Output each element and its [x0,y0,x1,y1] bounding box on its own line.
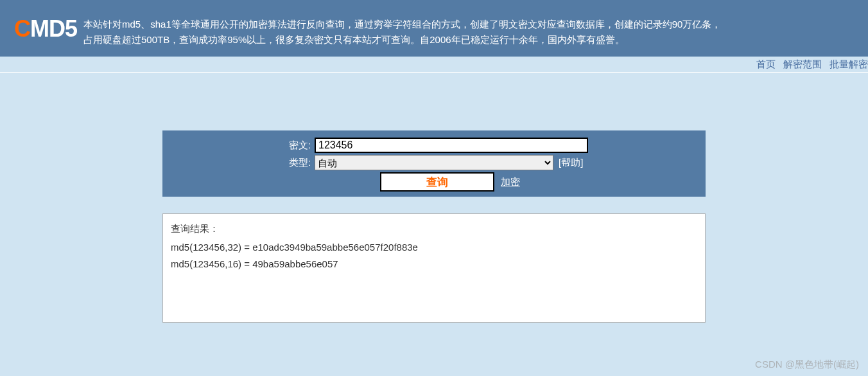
site-logo: CMD5 [14,15,77,42]
cipher-input[interactable] [315,138,588,153]
site-header: CMD5 本站针对md5、sha1等全球通用公开的加密算法进行反向查询，通过穷举… [0,0,868,57]
nav-range[interactable]: 解密范围 [783,58,822,71]
query-form: 密文: 类型: 自动 [帮助] 查询 加密 [162,130,706,197]
cipher-label: 密文: [280,139,311,152]
spacer [0,73,868,130]
nav-batch[interactable]: 批量解密 [829,58,868,71]
logo-letter-c: C [14,15,30,42]
result-title: 查询结果： [171,223,697,235]
type-label: 类型: [280,157,311,169]
watermark: CSDN @黑色地带(崛起) [755,359,859,371]
help-link[interactable]: [帮助] [559,157,583,169]
nav-home[interactable]: 首页 [756,58,776,71]
logo-text: MD5 [30,15,77,42]
encrypt-link[interactable]: 加密 [501,176,520,188]
result-line-1: md5(123456,32) = e10adc3949ba59abbe56e05… [171,239,697,256]
type-select[interactable]: 自动 [315,155,553,170]
query-button[interactable]: 查询 [380,172,494,192]
site-description: 本站针对md5、sha1等全球通用公开的加密算法进行反向查询，通过穷举字符组合的… [83,17,725,48]
result-line-2: md5(123456,16) = 49ba59abbe56e057 [171,256,697,273]
nav-bar: 首页 解密范围 批量解密 [0,57,868,73]
result-box: 查询结果： md5(123456,32) = e10adc3949ba59abb… [162,213,706,323]
